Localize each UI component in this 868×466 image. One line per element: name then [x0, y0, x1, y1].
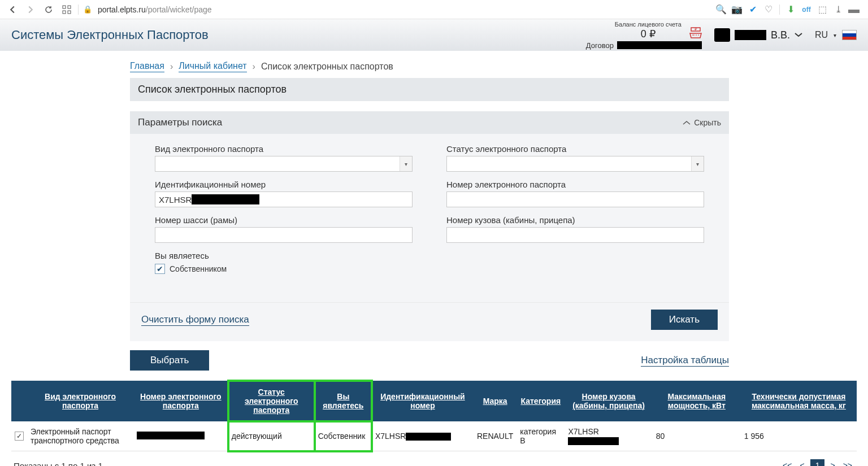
results-table-wrap: Вид электронного паспорта Номер электрон… [11, 381, 857, 466]
label-you-are: Вы являетесь [155, 251, 413, 260]
site-title: Системы Электронных Паспортов [11, 28, 209, 42]
owner-checkbox-label: Собственником [170, 264, 227, 273]
th-category[interactable]: Категория [517, 381, 565, 421]
language-selector[interactable]: RU▾ [815, 30, 857, 40]
user-menu[interactable]: В.В. [714, 28, 802, 42]
row-checkbox[interactable]: ✓ [15, 432, 24, 441]
flag-ru-icon [842, 30, 857, 40]
svg-rect-2 [63, 11, 66, 14]
svg-rect-3 [68, 11, 71, 14]
pager-prev[interactable]: < [797, 460, 806, 466]
epass-num-input[interactable] [446, 191, 704, 207]
pager: << < 1 > >> [780, 459, 854, 466]
th-ident[interactable]: Идентификационный номер [372, 381, 474, 421]
results-table: Вид электронного паспорта Номер электрон… [11, 381, 857, 451]
cell-number [133, 421, 228, 451]
th-number[interactable]: Номер электронного паспорта [133, 381, 228, 421]
owner-checkbox[interactable]: ✔ [155, 264, 165, 274]
apps-icon[interactable] [60, 3, 73, 16]
select-button[interactable]: Выбрать [130, 350, 209, 371]
th-type[interactable]: Вид электронного паспорта [27, 381, 133, 421]
chassis-input[interactable] [155, 227, 413, 243]
list-panel-title: Список электронных паспортов [130, 78, 729, 101]
breadcrumb-current: Список электронных паспортов [261, 62, 393, 72]
label-epass-num: Номер электронного паспорта [446, 180, 704, 189]
cell-brand: RENAULT [474, 421, 517, 451]
th-body-num[interactable]: Номер кузова (кабины, прицепа) [565, 381, 652, 421]
th-brand[interactable]: Марка [474, 381, 517, 421]
url: portal.elpts.ru/portal/wicket/page [98, 5, 212, 14]
table-footer: Показаны с 1 по 1 из 1 << < 1 > >> [11, 451, 857, 466]
reload-button[interactable] [42, 3, 55, 16]
label-chassis: Номер шасси (рамы) [155, 215, 413, 225]
table-header-row: Вид электронного паспорта Номер электрон… [11, 381, 857, 421]
label-ident: Идентификационный номер [155, 180, 413, 189]
type-select[interactable]: ▾ [155, 156, 413, 172]
breadcrumb: Главная › Личный кабинет › Список электр… [130, 61, 729, 72]
adblock-off-icon[interactable]: off [801, 5, 811, 15]
user-surname-redacted [735, 30, 766, 40]
cell-power: 80 [653, 421, 741, 451]
label-status: Статус электронного паспорта [446, 144, 704, 154]
pager-last[interactable]: >> [841, 460, 854, 466]
site-header: Системы Электронных Паспортов Баланс лиц… [0, 19, 868, 51]
clear-form-link[interactable]: Очистить форму поиска [141, 314, 249, 326]
shown-counter: Показаны с 1 по 1 из 1 [14, 461, 103, 466]
th-mass[interactable]: Технически допустимая максимальная масса… [741, 381, 857, 421]
download-arrow-icon[interactable]: ⬇ [785, 5, 796, 15]
cell-type: Электронный паспорт транспортного средст… [27, 421, 133, 451]
contract-line: Договор [586, 41, 702, 50]
ident-input[interactable]: X7LHSR [155, 191, 413, 207]
download-tray-icon[interactable]: ⤓ [833, 5, 843, 15]
balance-block: Баланс лицевого счета 0 ₽ [615, 21, 682, 40]
cell-ident: X7LHSR [372, 421, 474, 451]
th-power[interactable]: Максимальная мощность, кВт [653, 381, 741, 421]
browser-toolbar: 🔒 portal.elpts.ru/portal/wicket/page 🔍 📷… [0, 0, 868, 19]
collapse-toggle[interactable]: Скрыть [683, 118, 721, 127]
pager-first[interactable]: << [780, 460, 794, 466]
search-icon[interactable]: 🔍 [716, 5, 726, 15]
back-button[interactable] [6, 3, 19, 16]
svg-rect-0 [63, 6, 66, 8]
label-body-num: Номер кузова (кабины, прицепа) [446, 215, 704, 225]
chevron-down-icon [795, 32, 802, 38]
cube-icon[interactable]: ⬚ [817, 5, 827, 15]
breadcrumb-account[interactable]: Личный кабинет [179, 61, 246, 72]
table-row[interactable]: ✓ Электронный паспорт транспортного сред… [11, 421, 857, 451]
breadcrumb-home[interactable]: Главная [130, 61, 164, 72]
th-you-are[interactable]: Вы являетесь [315, 381, 372, 421]
battery-icon[interactable]: ▬ [849, 5, 859, 15]
table-settings-link[interactable]: Настройка таблицы [641, 355, 729, 367]
search-form: Вид электронного паспорта ▾ Статус элект… [130, 134, 729, 302]
pager-current[interactable]: 1 [810, 459, 825, 466]
cell-you-are: Собственник [315, 421, 372, 451]
forward-button[interactable] [24, 3, 37, 16]
camera-icon[interactable]: 📷 [732, 5, 742, 15]
search-params-header: Параметры поиска Скрыть [130, 111, 729, 134]
pager-next[interactable]: > [828, 460, 837, 466]
avatar [714, 28, 730, 42]
cashbox-icon[interactable]: ₽ [689, 24, 702, 40]
label-type: Вид электронного паспорта [155, 144, 413, 154]
th-status[interactable]: Статус электронного паспорта [228, 381, 315, 421]
status-select[interactable]: ▾ [446, 156, 704, 172]
cell-category: категория B [517, 421, 565, 451]
cell-mass: 1 956 [741, 421, 857, 451]
heart-icon[interactable]: ♡ [763, 5, 774, 15]
lock-icon: 🔒 [83, 5, 92, 14]
chevron-up-icon [683, 120, 691, 125]
form-footer: Очистить форму поиска Искать [130, 302, 729, 341]
shield-icon[interactable]: ✔ [748, 5, 758, 15]
browser-extensions: 🔍 📷 ✔ ♡ ⬇ off ⬚ ⤓ ▬ [716, 5, 862, 15]
svg-rect-1 [68, 6, 71, 8]
address-bar[interactable]: 🔒 portal.elpts.ru/portal/wicket/page [83, 5, 711, 14]
cell-status: действующий [228, 421, 315, 451]
cell-body-num: X7LHSR [565, 421, 652, 451]
search-button[interactable]: Искать [651, 310, 718, 330]
body-num-input[interactable] [446, 227, 704, 243]
